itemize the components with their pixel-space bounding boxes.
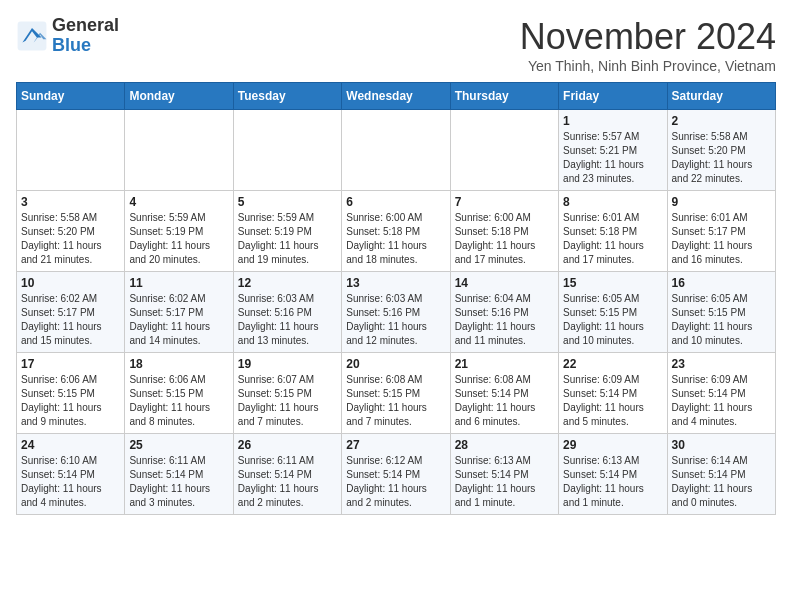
calendar-cell: 29Sunrise: 6:13 AMSunset: 5:14 PMDayligh… <box>559 434 667 515</box>
day-info: Sunrise: 5:59 AMSunset: 5:19 PMDaylight:… <box>238 211 337 267</box>
calendar-cell: 15Sunrise: 6:05 AMSunset: 5:15 PMDayligh… <box>559 272 667 353</box>
calendar-cell: 2Sunrise: 5:58 AMSunset: 5:20 PMDaylight… <box>667 110 775 191</box>
calendar-cell: 18Sunrise: 6:06 AMSunset: 5:15 PMDayligh… <box>125 353 233 434</box>
calendar-body: 1Sunrise: 5:57 AMSunset: 5:21 PMDaylight… <box>17 110 776 515</box>
day-number: 22 <box>563 357 662 371</box>
day-info: Sunrise: 6:02 AMSunset: 5:17 PMDaylight:… <box>21 292 120 348</box>
calendar-cell: 12Sunrise: 6:03 AMSunset: 5:16 PMDayligh… <box>233 272 341 353</box>
day-info: Sunrise: 6:12 AMSunset: 5:14 PMDaylight:… <box>346 454 445 510</box>
day-number: 26 <box>238 438 337 452</box>
day-info: Sunrise: 6:04 AMSunset: 5:16 PMDaylight:… <box>455 292 554 348</box>
calendar-cell: 10Sunrise: 6:02 AMSunset: 5:17 PMDayligh… <box>17 272 125 353</box>
day-info: Sunrise: 6:05 AMSunset: 5:15 PMDaylight:… <box>672 292 771 348</box>
day-info: Sunrise: 6:01 AMSunset: 5:17 PMDaylight:… <box>672 211 771 267</box>
day-number: 14 <box>455 276 554 290</box>
day-number: 27 <box>346 438 445 452</box>
calendar-cell: 4Sunrise: 5:59 AMSunset: 5:19 PMDaylight… <box>125 191 233 272</box>
calendar-cell <box>17 110 125 191</box>
calendar-cell <box>342 110 450 191</box>
day-info: Sunrise: 5:58 AMSunset: 5:20 PMDaylight:… <box>672 130 771 186</box>
day-number: 12 <box>238 276 337 290</box>
logo-text: General Blue <box>52 16 119 56</box>
day-number: 3 <box>21 195 120 209</box>
calendar-cell: 25Sunrise: 6:11 AMSunset: 5:14 PMDayligh… <box>125 434 233 515</box>
day-info: Sunrise: 6:13 AMSunset: 5:14 PMDaylight:… <box>563 454 662 510</box>
day-number: 8 <box>563 195 662 209</box>
weekday-row: SundayMondayTuesdayWednesdayThursdayFrid… <box>17 83 776 110</box>
day-number: 29 <box>563 438 662 452</box>
calendar-cell: 13Sunrise: 6:03 AMSunset: 5:16 PMDayligh… <box>342 272 450 353</box>
day-number: 4 <box>129 195 228 209</box>
day-info: Sunrise: 6:08 AMSunset: 5:15 PMDaylight:… <box>346 373 445 429</box>
day-number: 24 <box>21 438 120 452</box>
calendar-cell: 19Sunrise: 6:07 AMSunset: 5:15 PMDayligh… <box>233 353 341 434</box>
calendar-header: SundayMondayTuesdayWednesdayThursdayFrid… <box>17 83 776 110</box>
day-number: 19 <box>238 357 337 371</box>
day-info: Sunrise: 6:07 AMSunset: 5:15 PMDaylight:… <box>238 373 337 429</box>
weekday-header-tuesday: Tuesday <box>233 83 341 110</box>
day-number: 30 <box>672 438 771 452</box>
day-info: Sunrise: 6:13 AMSunset: 5:14 PMDaylight:… <box>455 454 554 510</box>
day-info: Sunrise: 6:02 AMSunset: 5:17 PMDaylight:… <box>129 292 228 348</box>
page-header: General Blue November 2024 Yen Thinh, Ni… <box>16 16 776 74</box>
calendar-cell <box>125 110 233 191</box>
day-info: Sunrise: 5:59 AMSunset: 5:19 PMDaylight:… <box>129 211 228 267</box>
calendar-week-4: 17Sunrise: 6:06 AMSunset: 5:15 PMDayligh… <box>17 353 776 434</box>
day-number: 5 <box>238 195 337 209</box>
calendar-cell: 26Sunrise: 6:11 AMSunset: 5:14 PMDayligh… <box>233 434 341 515</box>
calendar-table: SundayMondayTuesdayWednesdayThursdayFrid… <box>16 82 776 515</box>
calendar-cell: 11Sunrise: 6:02 AMSunset: 5:17 PMDayligh… <box>125 272 233 353</box>
calendar-cell: 3Sunrise: 5:58 AMSunset: 5:20 PMDaylight… <box>17 191 125 272</box>
logo-icon <box>16 20 48 52</box>
day-info: Sunrise: 6:03 AMSunset: 5:16 PMDaylight:… <box>346 292 445 348</box>
day-number: 17 <box>21 357 120 371</box>
calendar-cell: 23Sunrise: 6:09 AMSunset: 5:14 PMDayligh… <box>667 353 775 434</box>
weekday-header-monday: Monday <box>125 83 233 110</box>
calendar-cell: 28Sunrise: 6:13 AMSunset: 5:14 PMDayligh… <box>450 434 558 515</box>
weekday-header-wednesday: Wednesday <box>342 83 450 110</box>
calendar-cell <box>233 110 341 191</box>
day-info: Sunrise: 6:10 AMSunset: 5:14 PMDaylight:… <box>21 454 120 510</box>
calendar-cell: 14Sunrise: 6:04 AMSunset: 5:16 PMDayligh… <box>450 272 558 353</box>
day-number: 9 <box>672 195 771 209</box>
day-info: Sunrise: 6:09 AMSunset: 5:14 PMDaylight:… <box>672 373 771 429</box>
title-block: November 2024 Yen Thinh, Ninh Binh Provi… <box>520 16 776 74</box>
calendar-cell: 7Sunrise: 6:00 AMSunset: 5:18 PMDaylight… <box>450 191 558 272</box>
calendar-cell: 16Sunrise: 6:05 AMSunset: 5:15 PMDayligh… <box>667 272 775 353</box>
day-info: Sunrise: 6:11 AMSunset: 5:14 PMDaylight:… <box>129 454 228 510</box>
day-info: Sunrise: 6:06 AMSunset: 5:15 PMDaylight:… <box>21 373 120 429</box>
calendar-cell: 9Sunrise: 6:01 AMSunset: 5:17 PMDaylight… <box>667 191 775 272</box>
day-info: Sunrise: 6:09 AMSunset: 5:14 PMDaylight:… <box>563 373 662 429</box>
logo: General Blue <box>16 16 119 56</box>
day-info: Sunrise: 5:58 AMSunset: 5:20 PMDaylight:… <box>21 211 120 267</box>
day-info: Sunrise: 6:06 AMSunset: 5:15 PMDaylight:… <box>129 373 228 429</box>
weekday-header-thursday: Thursday <box>450 83 558 110</box>
calendar-cell: 1Sunrise: 5:57 AMSunset: 5:21 PMDaylight… <box>559 110 667 191</box>
calendar-cell: 27Sunrise: 6:12 AMSunset: 5:14 PMDayligh… <box>342 434 450 515</box>
day-number: 25 <box>129 438 228 452</box>
day-number: 18 <box>129 357 228 371</box>
calendar-cell: 17Sunrise: 6:06 AMSunset: 5:15 PMDayligh… <box>17 353 125 434</box>
calendar-week-2: 3Sunrise: 5:58 AMSunset: 5:20 PMDaylight… <box>17 191 776 272</box>
day-number: 2 <box>672 114 771 128</box>
weekday-header-saturday: Saturday <box>667 83 775 110</box>
calendar-week-5: 24Sunrise: 6:10 AMSunset: 5:14 PMDayligh… <box>17 434 776 515</box>
day-number: 1 <box>563 114 662 128</box>
calendar-week-1: 1Sunrise: 5:57 AMSunset: 5:21 PMDaylight… <box>17 110 776 191</box>
day-info: Sunrise: 6:08 AMSunset: 5:14 PMDaylight:… <box>455 373 554 429</box>
calendar-cell: 5Sunrise: 5:59 AMSunset: 5:19 PMDaylight… <box>233 191 341 272</box>
month-title: November 2024 <box>520 16 776 58</box>
day-number: 11 <box>129 276 228 290</box>
day-number: 21 <box>455 357 554 371</box>
calendar-cell: 20Sunrise: 6:08 AMSunset: 5:15 PMDayligh… <box>342 353 450 434</box>
calendar-week-3: 10Sunrise: 6:02 AMSunset: 5:17 PMDayligh… <box>17 272 776 353</box>
calendar-cell: 21Sunrise: 6:08 AMSunset: 5:14 PMDayligh… <box>450 353 558 434</box>
day-number: 10 <box>21 276 120 290</box>
day-number: 28 <box>455 438 554 452</box>
location-subtitle: Yen Thinh, Ninh Binh Province, Vietnam <box>520 58 776 74</box>
day-info: Sunrise: 6:00 AMSunset: 5:18 PMDaylight:… <box>346 211 445 267</box>
weekday-header-sunday: Sunday <box>17 83 125 110</box>
day-number: 16 <box>672 276 771 290</box>
day-number: 7 <box>455 195 554 209</box>
day-number: 15 <box>563 276 662 290</box>
